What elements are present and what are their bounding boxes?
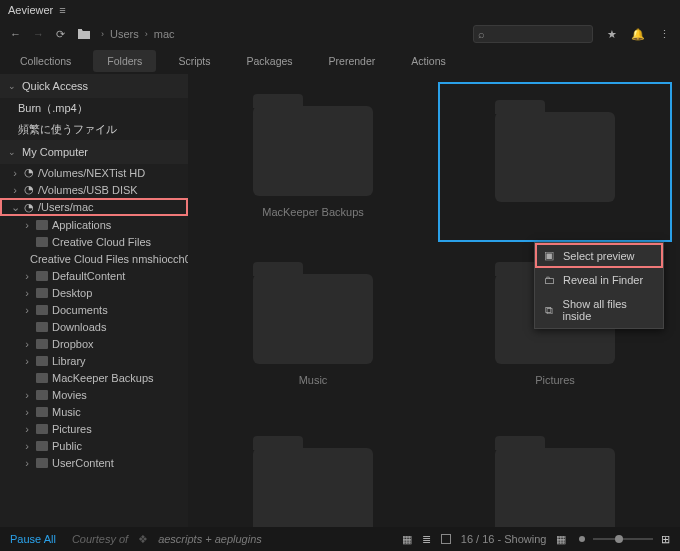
chevron-right-icon[interactable]: › xyxy=(22,270,32,282)
folder-icon xyxy=(36,424,48,434)
bell-icon[interactable]: 🔔 xyxy=(631,28,645,41)
tree-item-label: Public xyxy=(52,440,82,452)
forward-button[interactable]: → xyxy=(33,28,44,40)
chevron-right-icon[interactable]: › xyxy=(22,219,32,231)
files-icon: ⧉ xyxy=(543,304,555,317)
folder-label: Music xyxy=(299,374,328,386)
tab-actions[interactable]: Actions xyxy=(397,50,459,72)
breadcrumb-root[interactable]: Users xyxy=(110,28,139,40)
chevron-right-icon[interactable]: › xyxy=(22,355,32,367)
chevron-right-icon: › xyxy=(101,29,104,39)
folder-icon xyxy=(36,237,48,247)
tree-item[interactable]: Creative Cloud Files xyxy=(0,233,188,250)
search-field[interactable] xyxy=(485,28,575,40)
folder-icon xyxy=(36,458,48,468)
ctx-select-preview[interactable]: ▣ Select preview xyxy=(535,243,663,268)
tree-item[interactable]: ›UserContent xyxy=(0,454,188,471)
folder-icon xyxy=(253,448,373,527)
chevron-right-icon[interactable]: › xyxy=(22,406,32,418)
folder-icon xyxy=(36,288,48,298)
title-bar: Aeviewer ≡ xyxy=(0,0,680,20)
tree-item[interactable]: ›DefaultContent xyxy=(0,267,188,284)
tree-item[interactable]: ›Music xyxy=(0,403,188,420)
folder-card[interactable] xyxy=(196,418,430,527)
chevron-right-icon[interactable]: › xyxy=(22,389,32,401)
chevron-right-icon[interactable]: › xyxy=(22,440,32,452)
chevron-right-icon[interactable]: › xyxy=(22,423,32,435)
folder-icon xyxy=(36,271,48,281)
tree-item[interactable]: Downloads xyxy=(0,318,188,335)
users-mac-item[interactable]: ⌄ ◔ /Users/mac xyxy=(0,198,188,216)
nav-group: ← → ⟳ xyxy=(10,27,91,41)
sidebar: ⌄ Quick Access Burn（.mp4） 頻繁に使うファイル ⌄ My… xyxy=(0,74,188,527)
sidebar-item-label: 頻繁に使うファイル xyxy=(18,122,117,137)
folder-card[interactable] xyxy=(438,418,672,527)
pause-all-button[interactable]: Pause All xyxy=(10,533,56,545)
tree-item[interactable]: ›Public xyxy=(0,437,188,454)
tree-item[interactable]: ›Applications xyxy=(0,216,188,233)
chevron-down-icon[interactable]: ⌄ xyxy=(10,201,20,214)
tree-item[interactable]: Creative Cloud Files nmshiocch001@ xyxy=(0,250,188,267)
folder-card[interactable] xyxy=(438,82,672,242)
folder-icon xyxy=(36,356,48,366)
my-computer-header[interactable]: ⌄ My Computer xyxy=(0,140,188,164)
tab-collections[interactable]: Collections xyxy=(6,50,85,72)
tiles-icon[interactable]: ▦ xyxy=(556,533,566,546)
zoom-slider[interactable] xyxy=(593,538,653,540)
tree-item[interactable]: ›Pictures xyxy=(0,420,188,437)
ctx-show-all[interactable]: ⧉ Show all files inside xyxy=(535,292,663,328)
chevron-right-icon[interactable]: › xyxy=(10,167,20,179)
star-icon[interactable]: ★ xyxy=(607,28,617,41)
search-input[interactable]: ⌕ xyxy=(473,25,593,43)
content-grid: MacKeeper BackupsMusicPictures ▣ Select … xyxy=(188,74,680,527)
chevron-right-icon[interactable]: › xyxy=(22,304,32,316)
grid-view-icon[interactable]: ▦ xyxy=(402,533,412,546)
my-computer-label: My Computer xyxy=(22,146,88,158)
chevron-right-icon[interactable]: › xyxy=(10,184,20,196)
folder-card[interactable]: MacKeeper Backups xyxy=(196,82,430,242)
folder-icon xyxy=(36,339,48,349)
tree-item-label: Documents xyxy=(52,304,108,316)
folder-icon xyxy=(495,448,615,527)
tab-folders[interactable]: Folders xyxy=(93,50,156,72)
tree-item[interactable]: ›Documents xyxy=(0,301,188,318)
folder-icon xyxy=(36,373,48,383)
tree-item-label: UserContent xyxy=(52,457,114,469)
breadcrumb-child[interactable]: mac xyxy=(154,28,175,40)
hamburger-icon[interactable]: ≡ xyxy=(59,4,65,16)
app-grid-icon[interactable]: ⊞ xyxy=(661,533,670,546)
chevron-right-icon[interactable]: › xyxy=(22,287,32,299)
tree-item[interactable]: MacKeeper Backups xyxy=(0,369,188,386)
tab-scripts[interactable]: Scripts xyxy=(164,50,224,72)
chevron-down-icon: ⌄ xyxy=(8,147,16,157)
volume-item[interactable]: › ◔ /Volumes/NEXTist HD xyxy=(0,164,188,181)
tree-item[interactable]: ›Desktop xyxy=(0,284,188,301)
more-vert-icon[interactable]: ⋮ xyxy=(659,28,670,41)
ctx-reveal-finder[interactable]: 🗀 Reveal in Finder xyxy=(535,268,663,292)
quick-item[interactable]: Burn（.mp4） xyxy=(0,98,188,119)
chevron-right-icon[interactable]: › xyxy=(22,457,32,469)
tree-item[interactable]: ›Dropbox xyxy=(0,335,188,352)
folder-label: Pictures xyxy=(535,374,575,386)
quick-item[interactable]: 頻繁に使うファイル xyxy=(0,119,188,140)
quick-access-header[interactable]: ⌄ Quick Access xyxy=(0,74,188,98)
chevron-right-icon[interactable]: › xyxy=(22,338,32,350)
refresh-button[interactable]: ⟳ xyxy=(56,28,65,41)
tab-prerender[interactable]: Prerender xyxy=(315,50,390,72)
back-button[interactable]: ← xyxy=(10,28,21,40)
tree-item-label: Music xyxy=(52,406,81,418)
volume-item[interactable]: › ◔ /Volumes/USB DISK xyxy=(0,181,188,198)
sidebar-item-label: /Users/mac xyxy=(38,201,94,213)
tree-item[interactable]: ›Movies xyxy=(0,386,188,403)
tab-packages[interactable]: Packages xyxy=(232,50,306,72)
list-view-icon[interactable]: ≣ xyxy=(422,533,431,546)
tree-item-label: Dropbox xyxy=(52,338,94,350)
chevron-right-icon: › xyxy=(145,29,148,39)
folder-card[interactable]: Music xyxy=(196,250,430,410)
folder-icon xyxy=(36,220,48,230)
home-folder-icon[interactable] xyxy=(77,27,91,41)
tree-item[interactable]: ›Library xyxy=(0,352,188,369)
box-view-icon[interactable] xyxy=(441,534,451,544)
search-icon: ⌕ xyxy=(478,28,485,40)
folder-icon: 🗀 xyxy=(543,274,555,286)
